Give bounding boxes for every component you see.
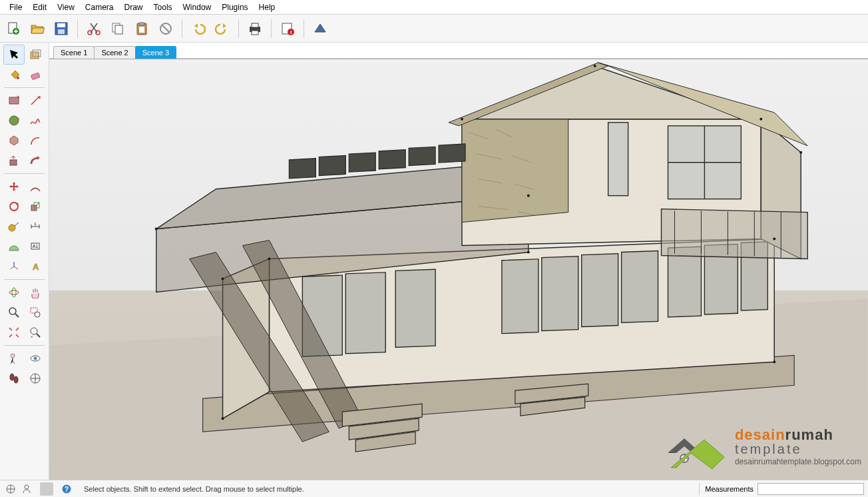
previous-view-icon[interactable] [25, 323, 45, 342]
3d-viewport[interactable]: desainrumah template desainrumahtemplate… [49, 59, 868, 480]
freehand-tool-icon[interactable] [25, 111, 45, 130]
scene-tabs: Scene 1 Scene 2 Scene 3 [49, 43, 868, 59]
svg-point-101 [527, 195, 530, 197]
copy-icon[interactable] [107, 18, 128, 39]
move-tool-icon[interactable] [4, 177, 24, 196]
line-tool-icon[interactable] [25, 91, 45, 110]
cut-icon[interactable] [83, 18, 105, 39]
svg-rect-57 [668, 247, 702, 317]
svg-text:A: A [33, 262, 39, 272]
svg-rect-80 [289, 159, 316, 179]
new-file-icon[interactable] [3, 18, 24, 39]
svg-point-38 [35, 312, 40, 317]
svg-rect-56 [622, 251, 658, 323]
paint-bucket-icon[interactable] [4, 65, 24, 84]
redo-icon[interactable] [212, 18, 233, 39]
rectangle-tool-icon[interactable] [4, 91, 24, 110]
polygon-tool-icon[interactable] [4, 131, 24, 150]
section-plane-icon[interactable] [25, 369, 45, 388]
rotate-tool-icon[interactable] [4, 197, 24, 216]
svg-point-42 [33, 357, 37, 360]
menu-bar: File Edit View Camera Draw Tools Window … [0, 0, 868, 15]
main-toolbar: i [0, 15, 868, 43]
protractor-tool-icon[interactable] [4, 237, 24, 256]
menu-view[interactable]: View [52, 1, 80, 13]
menu-window[interactable]: Window [178, 1, 217, 13]
erase-icon[interactable] [155, 18, 176, 39]
svg-rect-22 [31, 73, 40, 80]
styles-icon[interactable] [310, 18, 331, 39]
svg-point-95 [222, 417, 224, 420]
watermark-logo-icon [644, 420, 731, 473]
svg-point-97 [760, 118, 762, 121]
print-icon[interactable] [244, 18, 266, 39]
svg-rect-54 [542, 256, 578, 331]
menu-edit[interactable]: Edit [27, 1, 52, 13]
svg-point-43 [10, 374, 14, 380]
svg-point-6 [96, 31, 100, 35]
measurements-input[interactable] [758, 483, 864, 495]
dimension-tool-icon[interactable]: 1 [25, 217, 45, 236]
svg-rect-55 [582, 254, 618, 327]
select-tool-icon[interactable] [4, 45, 24, 64]
circle-tool-icon[interactable] [4, 111, 24, 130]
3d-text-tool-icon[interactable]: A [25, 257, 45, 276]
svg-point-21 [17, 77, 19, 79]
svg-rect-14 [252, 23, 258, 27]
menu-tools[interactable]: Tools [148, 1, 178, 13]
offset-tool-icon[interactable] [25, 177, 45, 196]
svg-rect-53 [502, 259, 539, 334]
geolocation-icon[interactable] [4, 482, 17, 496]
paste-icon[interactable] [131, 18, 152, 39]
arc-tool-icon[interactable] [25, 131, 45, 150]
credits-icon[interactable] [20, 482, 33, 496]
svg-text:1: 1 [34, 222, 37, 226]
svg-marker-65 [462, 113, 568, 223]
workspace: 1 A1 A [0, 43, 868, 480]
svg-rect-10 [139, 23, 144, 25]
help-icon[interactable]: ? [60, 482, 73, 496]
scene-tab-2[interactable]: Scene 2 [94, 46, 135, 59]
scale-tool-icon[interactable] [25, 197, 45, 216]
text-tool-icon[interactable]: A1 [25, 237, 45, 256]
eraser-tool-icon[interactable] [25, 65, 45, 84]
zoom-extents-icon[interactable] [4, 323, 24, 342]
svg-rect-19 [31, 52, 39, 59]
watermark-line2: template [735, 442, 861, 456]
menu-file[interactable]: File [4, 1, 27, 13]
make-component-icon[interactable] [25, 45, 45, 64]
tape-measure-icon[interactable] [4, 217, 24, 236]
svg-point-40 [11, 354, 15, 358]
position-camera-icon[interactable] [4, 349, 24, 368]
svg-rect-25 [10, 160, 17, 165]
look-around-icon[interactable] [25, 349, 45, 368]
menu-draw[interactable]: Draw [119, 1, 148, 13]
svg-point-93 [773, 360, 775, 363]
svg-point-98 [594, 65, 596, 67]
orbit-tool-icon[interactable] [4, 283, 24, 302]
menu-camera[interactable]: Camera [80, 1, 119, 13]
tool-palette: 1 A1 A [0, 43, 49, 480]
svg-point-100 [155, 228, 158, 231]
scene-tab-3[interactable]: Scene 3 [135, 46, 176, 59]
svg-marker-66 [462, 66, 761, 119]
svg-point-29 [9, 225, 15, 231]
pan-tool-icon[interactable] [25, 283, 45, 302]
open-file-icon[interactable] [27, 18, 48, 39]
undo-icon[interactable] [188, 18, 209, 39]
menu-help[interactable]: Help [254, 1, 281, 13]
pushpull-tool-icon[interactable] [4, 151, 24, 170]
axes-tool-icon[interactable] [4, 257, 24, 276]
walk-tool-icon[interactable] [4, 369, 24, 388]
svg-rect-70 [608, 123, 628, 196]
save-icon[interactable] [51, 18, 72, 39]
scene-tab-1[interactable]: Scene 1 [53, 46, 95, 59]
svg-marker-74 [662, 209, 808, 259]
svg-point-94 [222, 277, 224, 280]
zoom-window-icon[interactable] [25, 303, 45, 322]
zoom-tool-icon[interactable] [4, 303, 24, 322]
model-info-icon[interactable]: i [277, 18, 298, 39]
menu-plugins[interactable]: Plugins [216, 1, 253, 13]
svg-point-5 [88, 31, 92, 35]
followme-tool-icon[interactable] [25, 151, 45, 170]
